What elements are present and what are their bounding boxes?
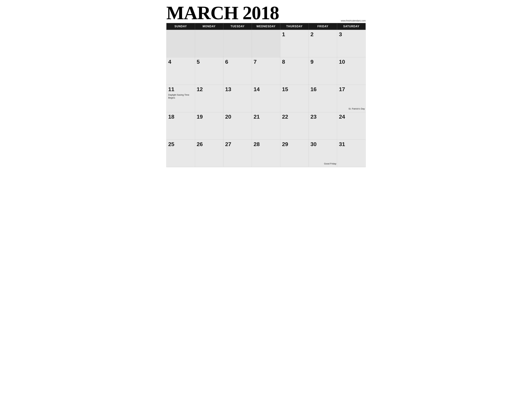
calendar-cell: 24 (337, 112, 366, 140)
calendar-cell: 19 (195, 112, 223, 140)
calendar-cell: 30Good Friday (309, 140, 337, 167)
event-text: Daylight Saving Time Begins (168, 93, 193, 99)
calendar-cell: 22 (280, 112, 309, 140)
month-title: MARCH 2018 (166, 3, 366, 22)
day-number: 23 (311, 114, 335, 120)
calendar-cell: 1 (280, 30, 309, 57)
calendar-table: SUNDAYMONDAYTUESDAYWEDNESDAYTHURSDAYFRID… (166, 23, 366, 167)
calendar-cell: 15 (280, 85, 309, 112)
calendar-cell (252, 30, 280, 57)
day-header-sunday: SUNDAY (167, 23, 195, 30)
calendar-cell: 5 (195, 57, 223, 85)
calendar-cell: 21 (252, 112, 280, 140)
day-header-saturday: SATURDAY (337, 23, 366, 30)
calendar-cell: 25 (167, 140, 195, 167)
day-header-wednesday: WEDNESDAY (252, 23, 280, 30)
day-number: 9 (311, 59, 335, 65)
calendar-cell: 31 (337, 140, 366, 167)
day-header-thursday: THURSDAY (280, 23, 309, 30)
day-number: 28 (254, 141, 279, 147)
day-number: 7 (254, 59, 279, 65)
day-number: 8 (282, 59, 307, 65)
day-number: 21 (254, 114, 279, 120)
calendar-cell: 23 (309, 112, 337, 140)
day-number: 20 (225, 114, 250, 120)
calendar-cell: 14 (252, 85, 280, 112)
day-number: 15 (282, 86, 307, 93)
day-number: 19 (197, 114, 222, 120)
calendar-cell (223, 30, 252, 57)
calendar-cell: 18 (167, 112, 195, 140)
day-number: 31 (339, 141, 364, 147)
day-number: 4 (168, 59, 193, 65)
calendar-cell: 16 (309, 85, 337, 112)
day-number: 27 (225, 141, 250, 147)
calendar-cell: 6 (223, 57, 252, 85)
calendar-cell: 11Daylight Saving Time Begins (167, 85, 195, 112)
day-number: 25 (168, 141, 193, 147)
calendar-cell (195, 30, 223, 57)
day-number: 14 (254, 86, 279, 93)
day-header-friday: FRIDAY (309, 23, 337, 30)
day-number: 6 (225, 59, 250, 65)
calendar-cell: 17St. Patrick's Day (337, 85, 366, 112)
calendar-cell: 10 (337, 57, 366, 85)
day-header-tuesday: TUESDAY (223, 23, 252, 30)
calendar-cell: 29 (280, 140, 309, 167)
event-text: Good Friday (310, 162, 336, 165)
event-text: St. Patrick's Day (338, 107, 365, 110)
day-number: 17 (339, 86, 364, 93)
calendar-cell: 28 (252, 140, 280, 167)
calendar-cell: 26 (195, 140, 223, 167)
calendar-cell: 2 (309, 30, 337, 57)
day-number: 26 (197, 141, 222, 147)
calendar-cell: 27 (223, 140, 252, 167)
calendar-cell: 12 (195, 85, 223, 112)
calendar-cell: 3 (337, 30, 366, 57)
day-number: 30 (311, 141, 335, 147)
calendar-cell: 8 (280, 57, 309, 85)
day-number: 29 (282, 141, 307, 147)
calendar-cell (167, 30, 195, 57)
day-number: 5 (197, 59, 222, 65)
day-number: 13 (225, 86, 250, 93)
calendar-cell: 13 (223, 85, 252, 112)
calendar-header: MARCH 2018 www.freshcalendars.com (166, 3, 366, 22)
calendar-cell: 9 (309, 57, 337, 85)
day-number: 18 (168, 114, 193, 120)
day-number: 16 (311, 86, 335, 93)
day-header-monday: MONDAY (195, 23, 223, 30)
website-credit: www.freshcalendars.com (341, 19, 366, 22)
calendar-cell: 7 (252, 57, 280, 85)
day-number: 10 (339, 59, 364, 65)
day-number: 24 (339, 114, 364, 120)
calendar-cell: 4 (167, 57, 195, 85)
day-number: 2 (311, 31, 335, 38)
day-number: 3 (339, 31, 364, 38)
day-number: 22 (282, 114, 307, 120)
day-number: 1 (282, 31, 307, 38)
day-number: 11 (168, 86, 193, 93)
calendar-cell: 20 (223, 112, 252, 140)
day-number: 12 (197, 86, 222, 93)
